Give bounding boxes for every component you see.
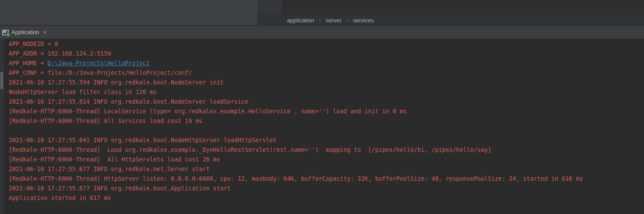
log-text: [Redkale-HTTP:6060-Thread] Load org.redk… [9,147,491,153]
console-gutter [0,39,4,214]
log-text: NodeHttpServer load filter class in 120 … [9,89,157,95]
running-status-dot-icon [6,33,10,37]
console-output-area[interactable]: APP_NODEID = 0APP_ADDR = 192.168.124.2:5… [0,39,644,214]
log-text: 2021-06-10 17:27:55.677 INFO org.redkale… [9,166,210,172]
breadcrumb-item-services[interactable]: services [353,17,374,24]
log-text: 2021-06-10 17:27:55.614 INFO org.redkale… [9,98,248,105]
editor-tabstrip-segment [257,0,283,14]
breadcrumb-item-server[interactable]: server [326,17,342,24]
breadcrumb-separator-icon: › [346,17,348,24]
run-console-icon [2,30,9,35]
log-line: [Redkale-HTTP:6060-Thread] All Services … [9,116,644,126]
ide-window: application › server › services Applicat… [0,0,644,214]
breadcrumb-item-application[interactable]: application [287,17,314,24]
console-log: APP_NODEID = 0APP_ADDR = 192.168.124.2:5… [0,39,644,203]
log-line: APP_NODEID = 0 [9,39,644,49]
log-text: [Redkale-HTTP:6060-Thread] HttpServer li… [9,175,583,182]
log-text: [Redkale-HTTP:6060-Thread] All HttpServl… [9,156,220,163]
breadcrumb-separator-icon: › [319,17,321,24]
run-toolwindow-header: Application ✕ [0,25,644,39]
log-line: 2021-06-10 17:27:55.677 INFO org.redkale… [9,184,644,193]
breadcrumb: application › server › services [257,14,644,25]
log-line: 2021-06-10 17:27:55.677 INFO org.redkale… [9,165,644,174]
log-line: [Redkale-HTTP:6060-Thread] HttpServer li… [9,174,644,184]
log-text: APP_ADDR = 192.168.124.2:5150 [9,50,111,57]
log-line: [Redkale-HTTP:6060-Thread] LocalService … [9,107,644,116]
scrollbar-thumb[interactable] [0,72,3,89]
log-text: 2021-06-10 17:27:55.677 INFO org.redkale… [9,185,231,192]
log-text: APP_NODEID = 0 [9,41,58,47]
log-line: [Redkale-HTTP:6060-Thread] All HttpServl… [9,155,644,165]
close-icon[interactable]: ✕ [43,29,47,35]
log-line: [Redkale-HTTP:6060-Thread] Load org.redk… [9,145,644,155]
log-text: APP_CONF = file:/D:/Java-Projects/HelloP… [9,70,192,76]
log-text: Application started in 617 ms [9,195,111,201]
editor-left-pane[interactable] [0,0,257,25]
editor-right-pane[interactable] [283,0,644,14]
log-line [9,126,644,136]
log-text: [Redkale-HTTP:6060-Thread] LocalService … [9,108,407,115]
log-text: [Redkale-HTTP:6060-Thread] All Services … [9,118,202,124]
tab-application-console[interactable]: Application ✕ [0,26,50,39]
tab-label: Application [11,29,39,35]
log-text: 2021-06-10 17:27:55.594 INFO org.redkale… [9,79,224,86]
log-line: APP_CONF = file:/D:/Java-Projects/HelloP… [9,68,644,78]
log-line: NodeHttpServer load filter class in 120 … [9,88,644,97]
log-text: APP_HOME = [9,60,48,67]
log-text: 2021-06-10 17:27:55.641 INFO org.redkale… [9,137,277,144]
log-line: APP_HOME = D:\Java-Projects\HelloProject [9,59,644,68]
log-line: 2021-06-10 17:27:55.594 INFO org.redkale… [9,78,644,88]
log-line: 2021-06-10 17:27:55.614 INFO org.redkale… [9,97,644,107]
log-line: APP_ADDR = 192.168.124.2:5150 [9,49,644,59]
log-line: 2021-06-10 17:27:55.641 INFO org.redkale… [9,136,644,145]
file-path-link[interactable]: D:\Java-Projects\HelloProject [48,60,150,67]
log-line: Application started in 617 ms [9,193,644,203]
